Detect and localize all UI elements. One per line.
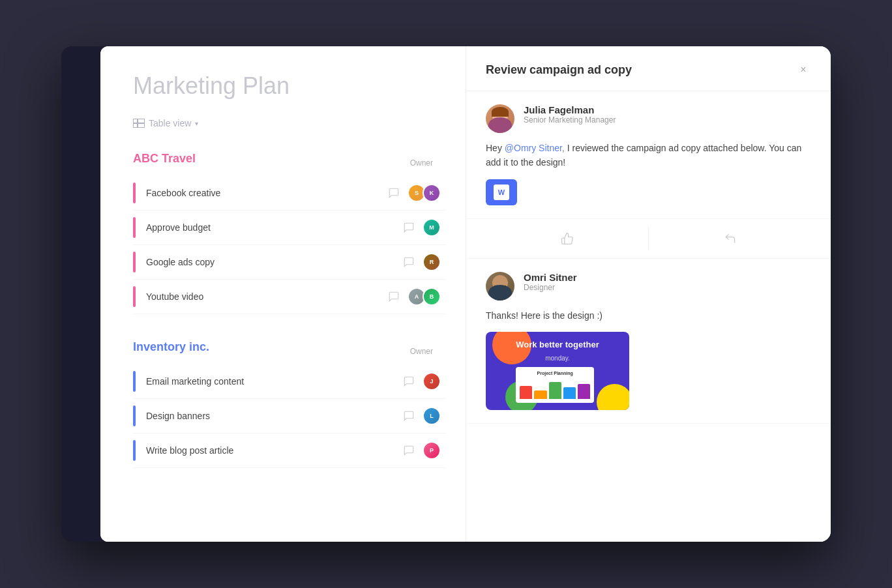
chat-icon[interactable] (387, 186, 401, 200)
chart-bar (520, 386, 532, 398)
task-actions: S K (387, 184, 441, 202)
chart-bar (534, 390, 546, 399)
design-text: Work better together monday. Project Pla… (516, 340, 599, 403)
table-view-icon (133, 119, 145, 128)
avatar: M (423, 218, 441, 237)
chat-icon[interactable] (402, 374, 416, 389)
task-color-bar (133, 371, 136, 392)
task-row[interactable]: Write blog post article P (133, 434, 446, 468)
chart-bar (549, 382, 561, 399)
reaction-row (466, 219, 831, 259)
page-title: Marketing Plan (133, 72, 446, 100)
chart-title: Project Planning (520, 371, 590, 375)
owner-label-abc: Owner (410, 158, 446, 168)
view-label: Table view (149, 118, 191, 128)
close-button[interactable]: × (795, 62, 811, 78)
avatar: P (423, 441, 441, 460)
design-preview: Work better together monday. Project Pla… (486, 332, 629, 410)
task-color-bar (133, 286, 136, 307)
task-name: Youtube video (146, 291, 387, 302)
chart-bar (578, 384, 590, 398)
screen-wrapper: Marketing Plan Table view ▾ ABC Travel O… (61, 46, 831, 542)
author-title: Designer (524, 283, 577, 292)
task-name: Email marketing content (146, 376, 402, 387)
view-selector[interactable]: Table view ▾ (133, 118, 446, 128)
like-button[interactable] (486, 227, 649, 250)
deco-circle (597, 384, 629, 410)
avatar-group: A B (408, 287, 441, 306)
task-row[interactable]: Approve budget M (133, 211, 446, 245)
design-chart: Project Planning (516, 367, 594, 403)
chat-body: Julia Fagelman Senior Marketing Manager … (466, 91, 831, 542)
monday-logo: monday. (516, 355, 599, 362)
sidebar (61, 46, 100, 542)
chat-icon[interactable] (387, 289, 401, 304)
message-text: Hey @Omry Sitner, I reviewed the campaig… (486, 141, 811, 170)
task-row[interactable]: Google ads copy R (133, 245, 446, 280)
omri-avatar (486, 272, 514, 301)
task-row[interactable]: Email marketing content J (133, 364, 446, 399)
chat-icon[interactable] (402, 255, 416, 269)
task-color-bar (133, 405, 136, 426)
chat-header: Review campaign ad copy × (466, 46, 831, 91)
avatar-group: P (423, 441, 441, 460)
avatar: K (423, 184, 441, 202)
task-row[interactable]: Design banners L (133, 399, 446, 434)
task-actions: M (402, 218, 441, 237)
chat-panel: Review campaign ad copy × (466, 46, 831, 542)
chat-icon[interactable] (402, 443, 416, 458)
author-title: Senior Marketing Manager (524, 115, 616, 125)
task-name: Design banners (146, 411, 402, 421)
owner-label-inventory: Owner (410, 347, 446, 356)
avatar: J (423, 372, 441, 390)
author-info: Julia Fagelman Senior Marketing Manager (524, 104, 616, 125)
task-name: Google ads copy (146, 257, 402, 267)
author-name: Omri Sitner (524, 272, 577, 283)
avatar-group: J (423, 372, 441, 390)
task-actions: L (402, 407, 441, 425)
author-name: Julia Fagelman (524, 104, 616, 115)
chat-title: Review campaign ad copy (486, 63, 632, 77)
group-title-inventory: Inventory inc. (133, 340, 209, 354)
message-block: Julia Fagelman Senior Marketing Manager … (466, 91, 831, 219)
message-text: Thanks! Here is the design :) (486, 308, 811, 323)
table-panel: Marketing Plan Table view ▾ ABC Travel O… (100, 46, 466, 542)
task-name: Write blog post article (146, 445, 402, 456)
group-header-inventory: Inventory inc. Owner (133, 340, 446, 362)
group-header-abc-travel: ABC Travel Owner (133, 152, 446, 173)
group-abc-travel: ABC Travel Owner Facebook creative (133, 152, 446, 314)
task-row[interactable]: Youtube video A B (133, 280, 446, 314)
task-actions: J (402, 372, 441, 390)
avatar-group: M (423, 218, 441, 237)
task-color-bar (133, 183, 136, 203)
avatar: R (423, 253, 441, 271)
task-name: Facebook creative (146, 188, 387, 198)
avatar: B (423, 287, 441, 306)
message-block: Omri Sitner Designer Thanks! Here is the… (466, 259, 831, 424)
task-row[interactable]: Facebook creative S K (133, 176, 446, 211)
chat-icon[interactable] (402, 220, 416, 235)
task-name: Approve budget (146, 222, 402, 233)
avatar: L (423, 407, 441, 425)
message-author-row: Omri Sitner Designer (486, 272, 811, 301)
word-file-icon: W (494, 184, 509, 200)
main-content: Marketing Plan Table view ▾ ABC Travel O… (100, 46, 831, 542)
message-author-row: Julia Fagelman Senior Marketing Manager (486, 104, 811, 133)
group-inventory-inc: Inventory inc. Owner Email marketing con… (133, 340, 446, 468)
task-actions: P (402, 441, 441, 460)
file-attachment[interactable]: W (486, 179, 517, 205)
avatar-group: L (423, 407, 441, 425)
chevron-down-icon: ▾ (195, 120, 198, 127)
task-actions: R (402, 253, 441, 271)
avatar-group: S K (408, 184, 441, 202)
task-color-bar (133, 440, 136, 461)
chart-bar (563, 387, 576, 399)
avatar-group: R (423, 253, 441, 271)
task-actions: A B (387, 287, 441, 306)
chart-bars (520, 378, 590, 399)
chat-icon[interactable] (402, 409, 416, 423)
reply-button[interactable] (649, 227, 811, 250)
author-info: Omri Sitner Designer (524, 272, 577, 292)
mention-omry: @Omry Sitner, (505, 143, 565, 153)
task-color-bar (133, 252, 136, 272)
